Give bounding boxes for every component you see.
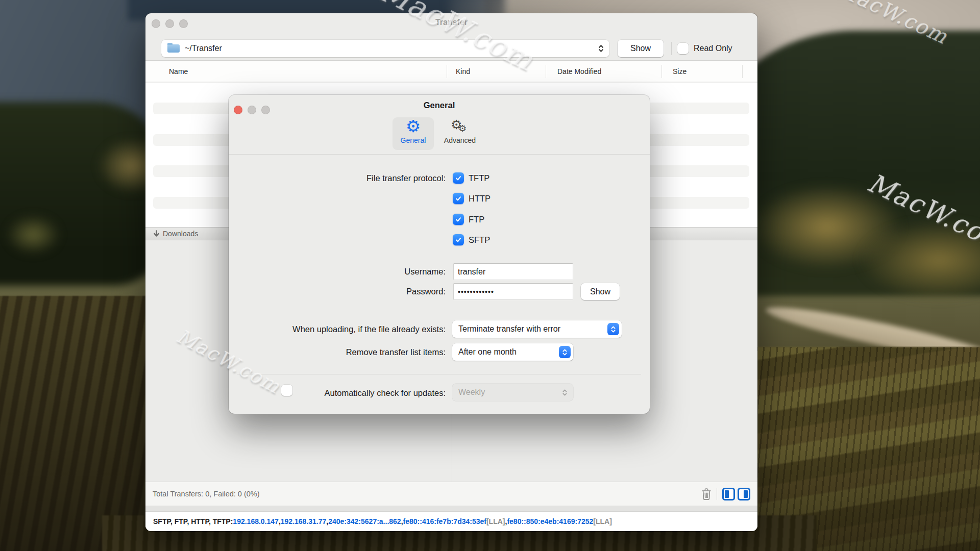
check-icon — [455, 216, 462, 223]
protocol-option: TFTP — [453, 172, 489, 184]
address-link[interactable]: 192.168.0.147 — [233, 517, 279, 525]
upload-exists-popup[interactable]: Terminate transfer with error — [452, 320, 622, 338]
address-link[interactable]: 240e:342:5627:a...862 — [328, 517, 401, 525]
tab-advanced[interactable]: ⚙⚙ Advanced — [434, 117, 486, 150]
dialog-separator — [229, 154, 650, 155]
chevron-up-down-icon — [559, 346, 571, 358]
sftp-checkbox[interactable] — [453, 234, 464, 245]
column-divider[interactable] — [546, 65, 546, 78]
tab-general[interactable]: ⚙ General — [393, 117, 434, 150]
column-header-size[interactable]: Size — [673, 61, 687, 82]
checkbox-label: FTP — [469, 215, 484, 224]
column-divider[interactable] — [662, 65, 662, 78]
check-icon — [455, 174, 462, 182]
column-header-name[interactable]: Name — [169, 61, 188, 82]
toggle-left-pane-button[interactable] — [722, 488, 735, 500]
column-divider[interactable] — [742, 65, 743, 78]
remove-items-label: Remove transfer list items: — [346, 347, 446, 357]
footer-spacer — [145, 506, 757, 512]
password-label: Password: — [406, 287, 446, 296]
check-icon — [455, 236, 462, 243]
remove-items-popup[interactable]: After one month — [452, 343, 573, 361]
upload-exists-label: When uploading, if the file already exis… — [292, 324, 446, 334]
path-text: ~/Transfer — [185, 44, 598, 53]
read-only-label: Read Only — [694, 43, 732, 54]
folder-icon — [167, 44, 180, 53]
protocol-option: FTP — [453, 214, 484, 225]
gears-icon: ⚙⚙ — [450, 117, 470, 136]
read-only-checkbox[interactable] — [677, 43, 689, 54]
gear-icon: ⚙ — [406, 117, 421, 136]
popup-value: After one month — [458, 347, 517, 357]
toggle-right-pane-button[interactable] — [738, 488, 750, 500]
path-popup[interactable]: ~/Transfer — [161, 40, 609, 57]
dialog-separator — [237, 374, 641, 374]
auto-updates-label: Automatically check for updates: — [324, 388, 446, 398]
trash-icon[interactable] — [701, 488, 712, 500]
column-header-date-modified[interactable]: Date Modified — [557, 61, 601, 82]
column-divider[interactable] — [447, 65, 447, 78]
lla-badge: [LLA] — [593, 517, 612, 525]
address-bar: SFTP, FTP, HTTP, TFTP: 192.168.0.147 , 1… — [145, 512, 757, 531]
address-link[interactable]: 192.168.31.77 — [281, 517, 327, 525]
username-label: Username: — [404, 267, 446, 277]
checkbox-label: SFTP — [469, 235, 490, 245]
chevron-up-down-icon — [607, 323, 619, 335]
http-checkbox[interactable] — [453, 193, 464, 204]
chevron-up-down-icon — [598, 44, 604, 53]
address-link[interactable]: fe80::850:e4eb:4169:7252 — [507, 517, 593, 525]
checkbox-label: TFTP — [469, 173, 489, 183]
protocol-label: File transfer protocol: — [366, 173, 446, 183]
tftp-checkbox[interactable] — [453, 172, 464, 184]
status-bar: Total Transfers: 0, Failed: 0 (0%) — [145, 482, 757, 506]
tab-label: Advanced — [444, 136, 476, 144]
dialog-title: General — [229, 101, 650, 110]
downloads-label: Downloads — [163, 230, 198, 238]
status-divider — [717, 488, 717, 500]
update-frequency-popup: Weekly — [452, 384, 573, 401]
auto-updates-checkbox[interactable] — [281, 385, 292, 396]
popup-value: Terminate transfer with error — [458, 324, 560, 334]
username-field[interactable] — [453, 263, 573, 280]
protocols-label: SFTP, FTP, HTTP, TFTP: — [153, 517, 233, 525]
column-header-kind[interactable]: Kind — [456, 61, 470, 82]
check-icon — [455, 195, 462, 202]
desktop: Transfer ~/Transfer Show Read Only Name … — [0, 0, 980, 551]
preferences-dialog: General ⚙ General ⚙⚙ Advanced File trans… — [229, 95, 650, 414]
show-password-button[interactable]: Show — [581, 283, 620, 300]
table-header: Name Kind Date Modified Size — [145, 61, 757, 82]
chevron-up-down-icon — [559, 386, 571, 398]
lla-badge: [LLA] — [486, 517, 505, 525]
toolbar-divider — [671, 42, 672, 55]
window-title: Transfer — [145, 18, 757, 27]
tab-label: General — [401, 136, 426, 144]
ftp-checkbox[interactable] — [453, 214, 464, 225]
protocol-option: SFTP — [453, 234, 490, 245]
address-link[interactable]: fe80::416:fe7b:7d34:53ef — [403, 517, 486, 525]
status-text: Total Transfers: 0, Failed: 0 (0%) — [153, 490, 701, 498]
password-field[interactable] — [453, 283, 573, 300]
download-arrow-icon — [153, 230, 160, 238]
show-button[interactable]: Show — [618, 40, 664, 57]
protocol-option: HTTP — [453, 193, 491, 204]
checkbox-label: HTTP — [469, 194, 491, 204]
popup-value: Weekly — [458, 388, 485, 397]
